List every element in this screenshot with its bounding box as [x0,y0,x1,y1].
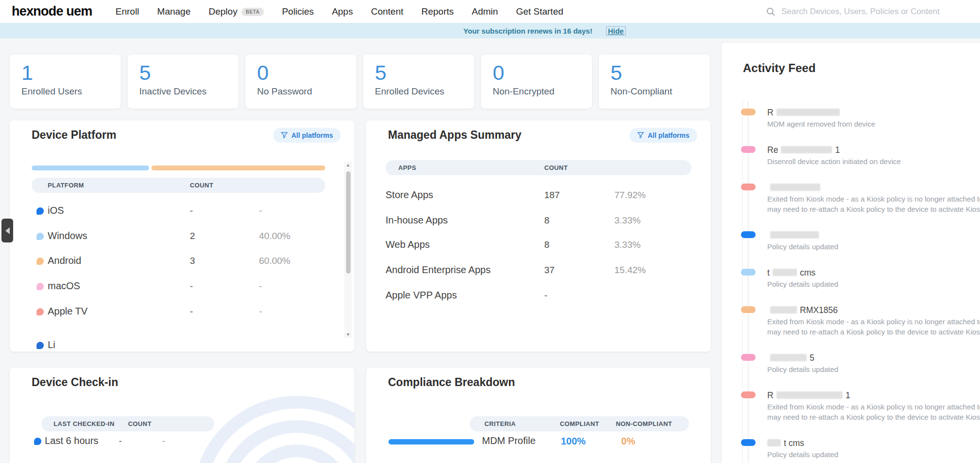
platform-filter-button[interactable]: All platforms [273,128,341,143]
kpi-label: Enrolled Users [21,86,109,97]
device-platform-panel: Device Platform All platforms PLATFORM C… [10,120,354,352]
entry-title: Re1 [767,144,980,156]
timeline-marker [741,306,756,313]
activity-entries: R MDM agent removed from device Re1 Dise… [767,106,980,463]
panel-title: Compliance Breakdown [388,376,515,389]
table-row: iOS - - [32,205,325,220]
managed-apps-panel: Managed Apps Summary All platforms APPS … [366,120,711,352]
non-compliant-value: 0% [621,436,635,447]
panel-title: Activity Feed [743,61,815,75]
table-header: APPS COUNT [386,160,691,175]
entry-detail: Exited from Kiosk mode - as a Kiosk poli… [767,194,980,204]
entry-detail: Exited from Kiosk mode - as a Kiosk poli… [767,402,980,412]
platform-distribution-bar [32,166,325,170]
timeline-marker [741,109,756,115]
kpi-inactive-devices[interactable]: 5 Inactive Devices [128,55,239,109]
redacted-text [770,231,819,239]
kpi-label: No Password [257,86,345,97]
menu-get-started[interactable]: Get Started [516,6,563,17]
bar-segment-windows [32,166,149,170]
scroll-down-icon[interactable]: ▼ [344,331,352,338]
entry-title [767,229,980,241]
kpi-value: 0 [257,60,345,85]
column-count: COUNT [190,178,213,193]
menu-enroll[interactable]: Enroll [115,6,139,17]
scrollbar-thumb[interactable] [346,171,351,274]
table-row: In-house Apps 8 3.33% [386,215,691,229]
compliant-value: 100% [561,436,586,447]
checkin-dot [34,438,41,445]
search-input[interactable] [781,7,957,17]
entry-detail: Policy details updated [767,364,980,374]
timeline-dotted-line [742,101,743,463]
platform-dot-windows [37,233,44,240]
table-row: Android 3 60.00% [32,255,325,270]
table-row: Last 6 hours - - [32,435,325,450]
table-row: Web Apps 8 3.33% [386,239,691,254]
menu-reports[interactable]: Reports [421,6,454,17]
menu-content[interactable]: Content [371,6,404,17]
panel-title: Managed Apps Summary [388,129,521,142]
kpi-value: 5 [610,60,698,85]
platform-dot-android [37,258,44,265]
top-navbar: hexnode uem Enroll Manage DeployBETA Pol… [0,0,980,23]
entry-title: R1 [767,389,980,402]
kpi-value: 0 [493,60,580,85]
beta-badge: BETA [241,8,264,16]
kpi-enrolled-users[interactable]: 1 Enrolled Users [10,55,121,109]
redacted-text [777,391,843,399]
menu-apps[interactable]: Apps [332,6,353,17]
entry-detail: may need to re-attach a Kiosk policy to … [767,204,980,214]
timeline-marker [741,391,756,398]
entry-title: RMX1856 [767,304,980,316]
entry-detail: may need to re-attach a Kiosk policy to … [767,412,980,422]
redacted-text [777,109,840,116]
table-row: Apple TV - - [32,306,325,320]
subscription-message: Your subscription renews in 16 days! [463,27,592,35]
kpi-non-encrypted[interactable]: 0 Non-Encrypted [481,55,592,109]
kpi-no-password[interactable]: 0 No Password [245,55,356,109]
menu-manage[interactable]: Manage [157,6,191,17]
filter-label: All platforms [291,131,333,139]
redacted-text [767,439,781,446]
timeline-marker [741,184,756,190]
timeline-line [748,101,749,463]
activity-entry: 5 Policy details updated [767,352,980,374]
redacted-text [770,354,807,361]
scrollbar[interactable]: ▲ ▼ [344,162,352,338]
kpi-label: Non-Compliant [610,86,698,97]
global-search[interactable] [766,7,965,17]
subscription-banner: Your subscription renews in 16 days! Hid… [0,23,980,38]
activity-entry: Policy details updated [767,229,980,252]
filter-label: All platforms [647,131,689,139]
compliance-breakdown-panel: Compliance Breakdown CRITERIA COMPLIANT … [366,368,711,463]
menu-policies[interactable]: Policies [282,6,314,17]
timeline-marker [741,354,756,361]
timeline-marker [741,269,756,276]
entry-detail: MDM agent removed from device [767,119,980,129]
compliance-bar [388,439,474,444]
kpi-enrolled-devices[interactable]: 5 Enrolled Devices [363,55,474,109]
menu-deploy[interactable]: DeployBETA [209,6,264,17]
kpi-non-compliant[interactable]: 5 Non-Compliant [599,55,710,109]
entry-title: t cms [767,437,980,449]
panel-title: Device Check-in [32,376,118,389]
sidebar-collapse-button[interactable] [1,219,13,242]
table-row: Windows 2 40.00% [32,230,325,245]
scroll-up-icon[interactable]: ▲ [344,162,352,168]
main-menu: Enroll Manage DeployBETA Policies Apps C… [115,6,563,17]
funnel-icon [637,132,644,139]
menu-admin[interactable]: Admin [472,6,498,17]
redacted-text [773,269,797,276]
search-icon [766,7,776,17]
redacted-text [770,184,820,191]
panel-title: Device Platform [32,129,116,142]
platform-dot-ios [37,207,44,215]
apps-filter-button[interactable]: All platforms [629,128,697,143]
activity-entry: R1 Exited from Kiosk mode - as a Kiosk p… [767,389,980,422]
platform-dot-macos [37,283,44,290]
hide-banner-link[interactable]: Hide [606,26,626,36]
activity-entry: t cms Policy details updated [767,437,980,460]
activity-feed-panel: Activity Feed R MDM agent removed from d… [721,43,980,463]
column-criteria: CRITERIA [484,416,516,431]
